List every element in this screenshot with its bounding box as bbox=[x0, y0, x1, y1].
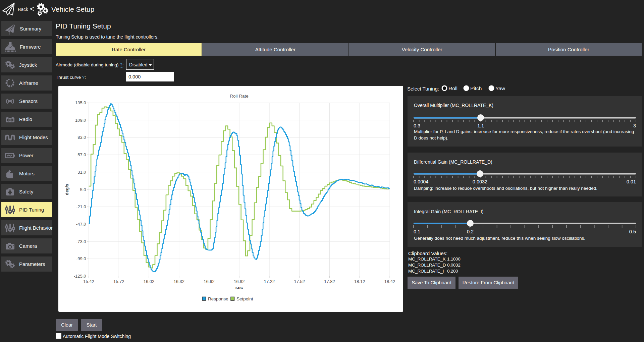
svg-text:deg/s: deg/s bbox=[64, 184, 69, 195]
svg-text:16.02: 16.02 bbox=[144, 279, 155, 284]
svg-text:15.72: 15.72 bbox=[113, 279, 124, 284]
svg-text:17.22: 17.22 bbox=[264, 279, 275, 284]
svg-text:Response: Response bbox=[208, 296, 228, 301]
svg-text:5.0: 5.0 bbox=[80, 187, 86, 192]
svg-text:109.0: 109.0 bbox=[75, 118, 86, 123]
svg-text:16.62: 16.62 bbox=[204, 279, 215, 284]
svg-text:18.42: 18.42 bbox=[384, 279, 395, 284]
svg-text:17.82: 17.82 bbox=[324, 279, 335, 284]
svg-text:16.92: 16.92 bbox=[234, 279, 245, 284]
svg-text:15.42: 15.42 bbox=[83, 279, 94, 284]
svg-text:Roll Rate: Roll Rate bbox=[230, 94, 249, 99]
svg-text:-47.0: -47.0 bbox=[76, 222, 86, 227]
svg-text:135.0: 135.0 bbox=[75, 100, 86, 105]
svg-text:-21.0: -21.0 bbox=[76, 204, 86, 209]
svg-text:83.0: 83.0 bbox=[77, 135, 86, 140]
svg-text:sec: sec bbox=[235, 285, 243, 290]
svg-text:18.12: 18.12 bbox=[354, 279, 365, 284]
svg-text:17.52: 17.52 bbox=[294, 279, 305, 284]
svg-text:31.0: 31.0 bbox=[77, 170, 86, 175]
svg-text:57.0: 57.0 bbox=[77, 152, 86, 157]
svg-text:-99.0: -99.0 bbox=[76, 256, 86, 261]
svg-text:16.32: 16.32 bbox=[174, 279, 185, 284]
svg-text:-73.0: -73.0 bbox=[76, 239, 86, 244]
svg-text:-125.0: -125.0 bbox=[74, 274, 86, 279]
svg-text:Setpoint: Setpoint bbox=[236, 296, 253, 301]
